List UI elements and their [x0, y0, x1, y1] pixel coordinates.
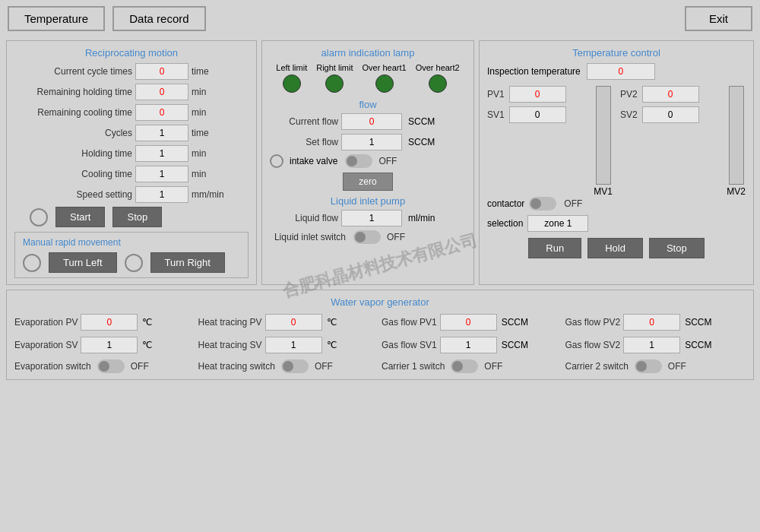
pv2-input[interactable]	[642, 86, 699, 103]
carrier1-switch-toggle[interactable]	[451, 359, 478, 373]
liquid-inlet-knob	[355, 232, 366, 242]
left-limit-lamp	[283, 74, 301, 93]
heat-sv-input[interactable]	[265, 337, 322, 353]
current-cycle-input[interactable]	[135, 63, 188, 80]
intake-valve-toggle[interactable]	[345, 154, 372, 168]
stop-button[interactable]: Stop	[112, 207, 162, 227]
cycles-input[interactable]	[135, 125, 188, 141]
contactor-label: contactor	[487, 198, 524, 209]
remaining-cooling-unit: min	[192, 107, 226, 118]
carrier2-switch-toggle[interactable]	[635, 359, 662, 373]
hold-button[interactable]: Hold	[587, 238, 643, 258]
liquid-flow-unit: ml/min	[408, 213, 435, 223]
top-left-buttons: Temperature Data record	[8, 6, 206, 31]
evap-switch-off: OFF	[131, 361, 149, 372]
evap-pv-input[interactable]	[81, 314, 138, 331]
set-flow-row: Set flow SCCM	[270, 134, 466, 150]
cooling-time-row: Cooling time min	[14, 166, 249, 182]
gasflow-pv1-unit: SCCM	[502, 317, 528, 328]
run-button[interactable]: Run	[528, 238, 581, 258]
start-circle-btn[interactable]	[30, 208, 48, 226]
pv-sv-left: PV1 SV1	[487, 86, 586, 127]
liquid-inlet-title: Liquid inlet pump	[270, 195, 466, 207]
heat-switch-off: OFF	[315, 361, 333, 372]
gasflow-sv1-input[interactable]	[440, 337, 497, 353]
evap-switch-knob	[99, 361, 109, 372]
manual-row: Turn Left Turn Right	[23, 252, 240, 273]
liquid-inlet-toggle[interactable]	[353, 230, 381, 244]
cooling-time-input[interactable]	[135, 166, 188, 182]
carrier1-switch-label: Carrier 1 switch	[382, 361, 445, 372]
evap-sv-unit: ℃	[142, 340, 152, 350]
intake-valve-off: OFF	[378, 156, 397, 166]
lamp-over-heart2: Over heart2	[416, 63, 460, 93]
heat-pv-input[interactable]	[265, 314, 322, 331]
gasflow-pv2-item: Gas flow PV2 SCCM	[565, 314, 746, 331]
gasflow-sv2-input[interactable]	[623, 337, 680, 353]
inspection-label: Inspection temperature	[487, 66, 581, 77]
over-heart2-label: Over heart2	[416, 63, 460, 72]
run-hold-row: Run Hold Stop	[487, 238, 746, 258]
sv2-input[interactable]	[642, 106, 699, 123]
selection-label: selection	[487, 218, 523, 229]
intake-valve-circle[interactable]	[270, 154, 283, 168]
turn-left-button[interactable]: Turn Left	[49, 252, 117, 273]
top-bar: Temperature Data record Exit	[0, 0, 760, 37]
remaining-cooling-label: Remaining cooling time	[14, 107, 132, 118]
remaining-cooling-input[interactable]	[135, 104, 188, 121]
current-flow-input[interactable]	[341, 113, 402, 130]
gasflow-pv2-input[interactable]	[623, 314, 680, 331]
current-flow-unit: SCCM	[408, 116, 435, 127]
temperature-button[interactable]: Temperature	[8, 6, 105, 31]
start-button[interactable]: Start	[55, 207, 105, 227]
speed-setting-row: Speed setting mm/min	[14, 186, 249, 203]
turn-right-button[interactable]: Turn Right	[150, 252, 225, 273]
speed-setting-input[interactable]	[135, 186, 188, 203]
heat-sv-item: Heat tracing SV ℃	[198, 337, 379, 353]
liquid-flow-input[interactable]	[341, 210, 402, 226]
evap-sv-input[interactable]	[81, 337, 138, 353]
cycles-unit: time	[192, 128, 226, 138]
cycles-label: Cycles	[14, 128, 132, 138]
sv1-input[interactable]	[509, 106, 566, 123]
manual-panel: Manual rapid movement Turn Left Turn Rig…	[14, 232, 249, 278]
zero-row: zero	[270, 173, 466, 191]
heat-switch-toggle[interactable]	[281, 359, 309, 373]
temperature-control-panel: Temperature control Inspection temperatu…	[479, 40, 754, 285]
evap-switch-label: Evaporation switch	[14, 361, 91, 372]
pv-sv-mv-area: PV1 SV1 MV1	[487, 86, 746, 197]
over-heart2-lamp	[429, 74, 447, 93]
exit-button[interactable]: Exit	[685, 6, 752, 31]
remaining-holding-row: Remaining holding time min	[14, 84, 249, 100]
selection-input[interactable]	[527, 215, 588, 232]
inspection-input[interactable]	[587, 63, 655, 80]
turn-right-circle[interactable]	[125, 254, 143, 272]
turn-left-circle[interactable]	[23, 254, 41, 272]
gasflow-sv1-label: Gas flow SV1	[382, 340, 437, 350]
pv1-input[interactable]	[509, 86, 566, 103]
gasflow-pv1-input[interactable]	[440, 314, 497, 331]
holding-time-unit: min	[192, 148, 226, 159]
gasflow-sv2-item: Gas flow SV2 SCCM	[565, 337, 746, 353]
flow-title: flow	[270, 99, 466, 110]
evap-switch-toggle[interactable]	[97, 359, 125, 373]
alarm-section: alarm indication lamp Left limit Right l…	[270, 47, 466, 93]
start-stop-row: Start Stop	[14, 207, 249, 227]
evap-sv-label: Evaporation SV	[14, 340, 78, 350]
holding-time-input[interactable]	[135, 145, 188, 162]
data-record-button[interactable]: Data record	[112, 6, 205, 31]
left-limit-label: Left limit	[276, 63, 307, 72]
cycles-row: Cycles time	[14, 125, 249, 141]
carrier1-switch-off: OFF	[484, 361, 502, 372]
temp-stop-button[interactable]: Stop	[649, 238, 705, 258]
set-flow-input[interactable]	[341, 134, 402, 150]
zero-button[interactable]: zero	[343, 173, 392, 191]
inspection-row: Inspection temperature	[487, 63, 746, 80]
liquid-flow-row: Liquid flow ml/min	[270, 210, 466, 226]
contactor-toggle[interactable]	[529, 197, 556, 211]
evap-sv-item: Evaporation SV ℃	[14, 337, 195, 353]
contactor-knob	[530, 198, 541, 209]
heat-sv-label: Heat tracing SV	[198, 340, 262, 350]
remaining-holding-input[interactable]	[135, 84, 188, 100]
water-vapor-panel: Water vapor generator Evaporation PV ℃ H…	[6, 290, 754, 380]
